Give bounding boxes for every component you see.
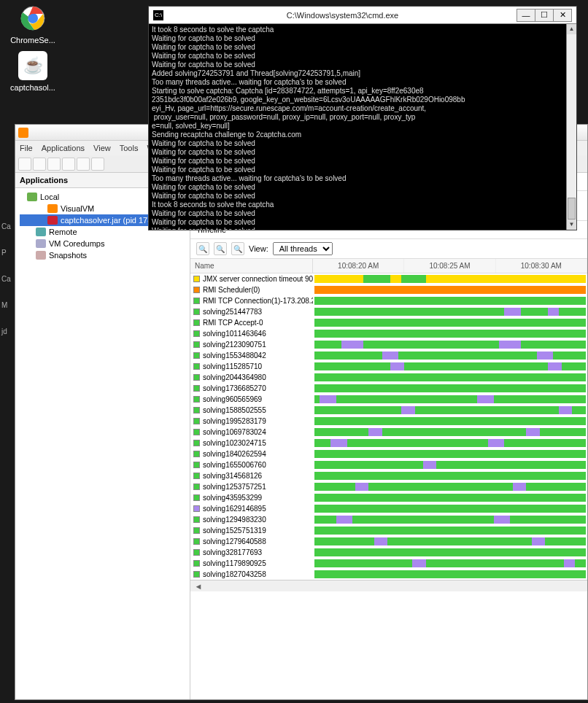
thread-state-icon — [193, 352, 200, 359]
close-button[interactable]: ✕ — [553, 9, 572, 22]
thread-state-icon — [193, 429, 200, 435]
scroll-down-icon[interactable]: ▼ — [567, 220, 576, 230]
thread-row[interactable]: solving1827043258 — [190, 569, 587, 580]
thread-row[interactable]: RMI Scheduler(0) — [190, 284, 587, 295]
tree-node-label: captchasolver.jar (pid 17832 — [61, 216, 161, 225]
taskbar-hint: jd — [1, 327, 12, 335]
toolbar-button[interactable] — [91, 158, 104, 171]
thread-row[interactable]: solving1525751319 — [190, 525, 587, 536]
thread-state-icon — [193, 451, 200, 457]
desktop-icon-java[interactable]: ☕ captchasol... — [7, 51, 58, 92]
tree-node-label: VM Coredumps — [49, 239, 104, 248]
scroll-left-icon[interactable]: ◄ — [193, 582, 204, 591]
scrollbar-thumb[interactable] — [568, 198, 576, 220]
zoom-in-button[interactable]: 🔍 — [196, 242, 209, 255]
thread-timeline-bar — [314, 352, 586, 360]
thread-name: solving2044364980 — [203, 373, 266, 381]
thread-row[interactable]: solving2044364980 — [190, 372, 587, 383]
thread-name: solving435953299 — [203, 494, 262, 502]
thread-timeline-bar — [314, 516, 586, 524]
toolbar-button[interactable] — [18, 158, 31, 171]
thread-name: solving1995283179 — [203, 417, 266, 425]
thread-row[interactable]: solving1736685270 — [190, 383, 587, 394]
thread-row[interactable]: solving1840262594 — [190, 448, 587, 459]
thread-timeline-bar — [314, 286, 586, 294]
thread-row[interactable]: solving115285710 — [190, 361, 587, 372]
menu-tools[interactable]: Tools — [120, 144, 139, 152]
thread-timeline-bar — [314, 330, 586, 338]
thread-row[interactable]: solving2123090751 — [190, 339, 587, 350]
toolbar-button[interactable] — [62, 158, 75, 171]
tree-node-label: Snapshots — [49, 251, 87, 260]
tree-icon — [36, 228, 46, 236]
thread-name: solving328177693 — [203, 548, 262, 556]
thread-row[interactable]: solving1294983230 — [190, 514, 587, 525]
thread-timeline-bar — [314, 373, 586, 381]
thread-state-icon — [193, 418, 200, 424]
thread-state-icon — [193, 494, 200, 501]
thread-row[interactable]: RMI TCP Accept-0 — [190, 317, 587, 328]
thread-timeline-bar — [314, 461, 586, 469]
time-tick: 10:08:20 AM — [313, 259, 404, 273]
thread-state-icon — [193, 385, 200, 392]
thread-row[interactable]: solving1629146895 — [190, 503, 587, 514]
thread-row[interactable]: RMI TCP Connection(1)-173.208.2 — [190, 295, 587, 306]
thread-timeline-bar — [314, 428, 586, 436]
cmd-v-scrollbar[interactable]: ▲ ▼ — [566, 24, 576, 230]
thread-row[interactable]: solving1553488042 — [190, 350, 587, 361]
thread-row[interactable]: solving251447783 — [190, 306, 587, 317]
thread-name: solving1023024715 — [203, 439, 266, 447]
thread-row[interactable]: solving1995283179 — [190, 416, 587, 427]
desktop-icon-label: ChromeSe... — [7, 36, 58, 44]
tree-icon — [47, 204, 58, 213]
minimize-button[interactable]: — — [517, 9, 535, 22]
toolbar-button[interactable] — [33, 158, 46, 171]
toolbar-button[interactable] — [77, 158, 90, 171]
desktop-icon-chrome[interactable]: ChromeSe... — [7, 4, 58, 44]
visualvm-sidebar: Applications × LocalVisualVMcaptchasolve… — [15, 173, 190, 699]
thread-timeline-bar — [314, 395, 586, 403]
tree-node[interactable]: Snapshots — [20, 249, 185, 261]
thread-row[interactable]: solving1023024715 — [190, 438, 587, 448]
thread-row[interactable]: solving435953299 — [190, 492, 587, 503]
thread-row[interactable]: solving1179890925 — [190, 558, 587, 569]
thread-name: solving2123090751 — [203, 341, 266, 349]
thread-timeline-bar — [314, 548, 586, 556]
thread-row[interactable]: JMX server connection timeout 90 — [190, 273, 587, 284]
taskbar-hint: Ca — [1, 222, 12, 230]
view-select[interactable]: All threads — [273, 242, 333, 255]
menu-view[interactable]: View — [93, 144, 111, 152]
menu-applications[interactable]: Applications — [42, 144, 85, 152]
thread-row[interactable]: solving1011463646 — [190, 328, 587, 339]
thread-row[interactable]: solving960565969 — [190, 394, 587, 405]
tree-node[interactable]: VM Coredumps — [20, 238, 185, 249]
thread-name: solving1279640588 — [203, 537, 266, 545]
sidebar-tab-label: Applications — [20, 176, 68, 185]
thread-row[interactable]: solving1655006760 — [190, 459, 587, 470]
thread-row[interactable]: solving1279640588 — [190, 536, 587, 547]
thread-timeline-bar — [314, 341, 586, 349]
thread-row[interactable]: solving1588502555 — [190, 405, 587, 416]
zoom-out-button[interactable]: 🔍 — [214, 242, 227, 255]
maximize-button[interactable]: ☐ — [535, 9, 554, 22]
scroll-up-icon[interactable]: ▲ — [567, 24, 576, 34]
thread-row[interactable]: solving328177693 — [190, 547, 587, 558]
java-icon: ☕ — [18, 51, 47, 80]
zoom-fit-button[interactable]: 🔍 — [231, 242, 244, 255]
toolbar-button[interactable] — [47, 158, 61, 171]
timeline-h-scrollbar[interactable]: ◄ — [190, 580, 587, 591]
thread-name: solving1553488042 — [203, 352, 266, 360]
thread-name: RMI TCP Accept-0 — [203, 319, 263, 327]
name-column-header[interactable]: Name — [190, 259, 313, 273]
visualvm-main: Threads Live threads: 65 Daemon threads:… — [190, 173, 587, 699]
thread-state-icon — [193, 440, 200, 446]
thread-state-icon — [193, 276, 200, 282]
thread-name: solving1736685270 — [203, 384, 266, 392]
thread-row[interactable]: solving314568126 — [190, 470, 587, 481]
thread-row[interactable]: solving1253757251 — [190, 481, 587, 492]
cmd-titlebar[interactable]: C:\ C:\Windows\system32\cmd.exe — ☐ ✕ — [149, 7, 576, 24]
timeline-table: Name 10:08:20 AM 10:08:25 AM 10:08:30 AM… — [190, 258, 587, 591]
thread-row[interactable]: solving1069783024 — [190, 427, 587, 438]
thread-timeline-bar — [314, 494, 586, 502]
menu-file[interactable]: File — [20, 144, 33, 152]
